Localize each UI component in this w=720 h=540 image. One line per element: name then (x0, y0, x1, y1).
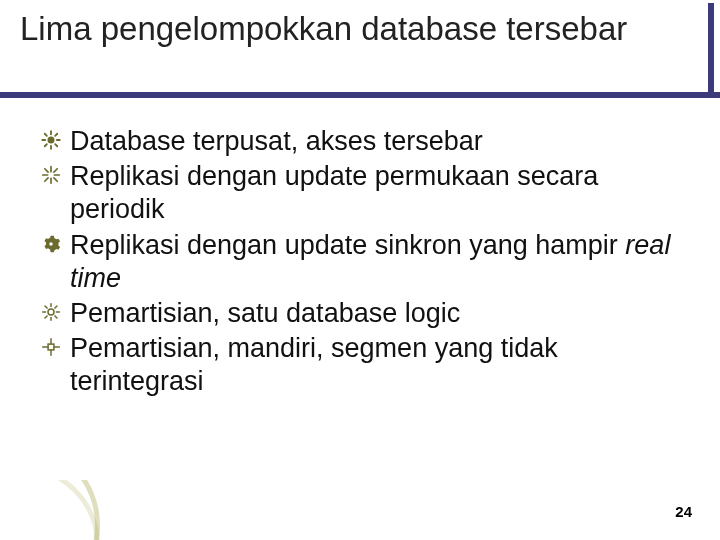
svg-line-26 (45, 316, 47, 318)
svg-point-18 (48, 309, 54, 315)
gear-icon (40, 233, 62, 255)
svg-line-13 (45, 169, 48, 172)
header-right-accent (708, 3, 714, 98)
list-item-text: Database terpusat, akses tersebar (70, 126, 483, 156)
svg-line-8 (45, 144, 47, 146)
slide-title: Lima pengelompokkan database tersebar (20, 10, 700, 48)
list-item-text: Pemartisian, mandiri, segmen yang tidak … (70, 333, 558, 396)
svg-rect-27 (48, 344, 54, 350)
svg-line-16 (45, 178, 48, 181)
header: Lima pengelompokkan database tersebar (0, 0, 720, 58)
list-item: Replikasi dengan update sinkron yang ham… (40, 229, 680, 295)
crosshair-icon (40, 336, 62, 358)
slide: Lima pengelompokkan database tersebar (0, 0, 720, 540)
svg-point-17 (49, 242, 53, 246)
list-item-text: Replikasi dengan update sinkron yang ham… (70, 230, 670, 293)
content-body: Database terpusat, akses tersebar (40, 125, 680, 401)
svg-line-24 (55, 316, 57, 318)
svg-line-5 (45, 134, 47, 136)
list-item-text: Pemartisian, satu database logic (70, 298, 460, 328)
svg-line-6 (55, 144, 57, 146)
svg-line-23 (45, 306, 47, 308)
list-item: Pemartisian, satu database logic (40, 297, 680, 330)
list-item: Pemartisian, mandiri, segmen yang tidak … (40, 332, 680, 398)
svg-line-14 (54, 178, 57, 181)
title-underline (0, 92, 720, 98)
list-item: Replikasi dengan update permukaan secara… (40, 160, 680, 226)
corner-decoration (0, 480, 120, 540)
sun-outline-icon (40, 301, 62, 323)
sun-solid-icon (40, 129, 62, 151)
svg-line-25 (55, 306, 57, 308)
svg-point-0 (48, 137, 55, 144)
sun-rays-icon (40, 164, 62, 186)
svg-line-7 (55, 134, 57, 136)
list-item-text: Replikasi dengan update permukaan secara… (70, 161, 598, 224)
page-number: 24 (675, 503, 692, 520)
list-item: Database terpusat, akses tersebar (40, 125, 680, 158)
svg-line-15 (54, 169, 57, 172)
